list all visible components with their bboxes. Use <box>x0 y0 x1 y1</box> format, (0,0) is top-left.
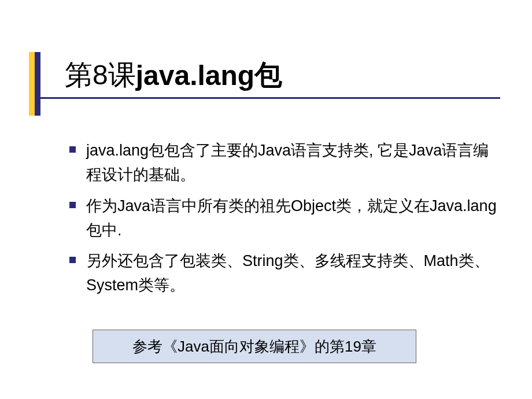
title-underline <box>36 97 500 99</box>
bullet-text: java.lang包包含了主要的Java语言支持类, 它是Java语言编程设计的… <box>86 139 497 187</box>
bullet-icon <box>69 146 76 153</box>
bullet-icon <box>69 202 76 208</box>
title-main: java.lang <box>136 60 254 91</box>
title-area: 第8课 java.lang 包 <box>29 58 282 121</box>
list-item: java.lang包包含了主要的Java语言支持类, 它是Java语言编程设计的… <box>69 139 497 187</box>
list-item: 另外还包含了包装类、String类、多线程支持类、Math类、System类等。 <box>69 249 497 298</box>
title-suffix: 包 <box>254 57 282 94</box>
title-prefix: 第8课 <box>65 57 136 94</box>
bullet-text: 另外还包含了包装类、String类、多线程支持类、Math类、System类等。 <box>86 249 497 298</box>
bullet-icon <box>69 257 76 263</box>
slide-title: 第8课 java.lang 包 <box>65 58 282 93</box>
bullet-text: 作为Java语言中所有类的祖先Object类，就定义在Java.lang包中. <box>86 194 497 243</box>
list-item: 作为Java语言中所有类的祖先Object类，就定义在Java.lang包中. <box>69 194 497 243</box>
title-accent-navy <box>35 52 40 116</box>
reference-box: 参考《Java面向对象编程》的第19章 <box>93 330 416 363</box>
reference-text: 参考《Java面向对象编程》的第19章 <box>132 337 376 357</box>
title-accent-yellow <box>29 52 35 116</box>
content-area: java.lang包包含了主要的Java语言支持类, 它是Java语言编程设计的… <box>69 139 497 305</box>
